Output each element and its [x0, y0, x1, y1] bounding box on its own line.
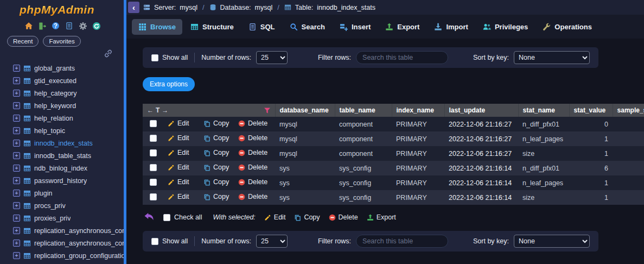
expand-plus-icon[interactable]: +: [13, 127, 20, 134]
column-header-last-update[interactable]: last_update: [444, 104, 518, 117]
table-name-label[interactable]: help_relation: [34, 115, 73, 122]
table-name-label[interactable]: password_history: [34, 177, 87, 185]
tab-browse[interactable]: Browse: [132, 19, 182, 35]
help-icon[interactable]: [51, 21, 60, 30]
show-all[interactable]: Show all: [151, 54, 188, 61]
table-name-label[interactable]: gtid_executed: [34, 77, 76, 85]
sidebar-table-item[interactable]: + ndb_binlog_index: [0, 162, 124, 174]
sidebar-table-item[interactable]: + procs_priv: [0, 199, 124, 212]
sidebar-table-item[interactable]: + proxies_priv: [0, 212, 124, 224]
logout-icon[interactable]: [37, 21, 47, 30]
copy-link[interactable]: Copy: [203, 164, 229, 171]
expand-plus-icon[interactable]: +: [13, 90, 20, 97]
expand-plus-icon[interactable]: +: [13, 252, 20, 259]
table-filter-input[interactable]: [356, 51, 448, 64]
delete-link[interactable]: Delete: [238, 193, 267, 200]
check-all[interactable]: Check all: [163, 213, 202, 221]
tab-import[interactable]: Import: [428, 19, 474, 35]
link-icon[interactable]: [104, 49, 113, 58]
refresh-icon[interactable]: [92, 21, 101, 30]
tab-privileges[interactable]: Privileges: [476, 19, 534, 35]
transpose-controls[interactable]: ←T→: [147, 106, 170, 114]
sidebar-table-item[interactable]: + help_topic: [0, 124, 124, 137]
expand-plus-icon[interactable]: +: [13, 115, 20, 122]
recent-button[interactable]: Recent: [7, 36, 39, 47]
selected-edit-button[interactable]: Edit: [264, 213, 286, 221]
settings-gear-icon[interactable]: [78, 21, 87, 30]
collapse-sidebar-button[interactable]: ‹: [128, 2, 139, 13]
sidebar-table-item[interactable]: + help_category: [0, 87, 124, 99]
expand-plus-icon[interactable]: +: [13, 202, 20, 209]
expand-plus-icon[interactable]: +: [13, 190, 20, 197]
sidebar-table-item[interactable]: + plugin: [0, 187, 124, 199]
phpmyadmin-logo[interactable]: phpMyAdmin: [0, 0, 124, 16]
tab-structure[interactable]: Structure: [184, 19, 240, 35]
expand-plus-icon[interactable]: +: [13, 77, 20, 84]
show-all-checkbox[interactable]: [151, 54, 158, 61]
row-checkbox[interactable]: [150, 135, 157, 142]
show-all-checkbox[interactable]: [151, 238, 158, 245]
copy-link[interactable]: Copy: [203, 149, 229, 156]
table-name-label[interactable]: help_keyword: [34, 102, 76, 110]
table-name-label[interactable]: ndb_binlog_index: [34, 165, 87, 172]
number-of-rows-select[interactable]: 25: [256, 235, 288, 248]
selected-export-button[interactable]: Export: [367, 213, 396, 221]
copy-link[interactable]: Copy: [203, 120, 229, 127]
expand-plus-icon[interactable]: +: [13, 165, 20, 172]
tab-export[interactable]: Export: [379, 19, 426, 35]
check-all-checkbox[interactable]: [163, 214, 170, 221]
sidebar-table-item[interactable]: + help_relation: [0, 112, 124, 124]
delete-link[interactable]: Delete: [238, 134, 267, 142]
copy-link[interactable]: Copy: [203, 193, 229, 200]
column-header-stat-name[interactable]: stat_name: [518, 104, 569, 117]
delete-link[interactable]: Delete: [238, 164, 267, 171]
row-checkbox[interactable]: [150, 120, 157, 127]
table-name-label[interactable]: procs_priv: [34, 202, 66, 210]
column-header-database-name[interactable]: database_name: [275, 104, 335, 117]
tab-insert[interactable]: Insert: [333, 19, 377, 35]
selected-copy-button[interactable]: Copy: [294, 213, 320, 221]
number-of-rows-select[interactable]: 25: [256, 51, 288, 64]
database-link[interactable]: mysql: [255, 4, 273, 11]
column-header-table-name[interactable]: table_name: [335, 104, 392, 117]
table-name-label[interactable]: replication_asynchronous_connection_fail…: [34, 227, 124, 235]
selected-delete-button[interactable]: Delete: [329, 213, 358, 221]
edit-link[interactable]: Edit: [168, 149, 189, 156]
sort-by-key-select[interactable]: None: [514, 51, 590, 64]
delete-link[interactable]: Delete: [238, 178, 267, 186]
expand-plus-icon[interactable]: +: [13, 240, 20, 247]
table-name-label[interactable]: replication_asynchronous_connection_fail…: [34, 240, 124, 247]
edit-link[interactable]: Edit: [168, 193, 189, 200]
tab-operations[interactable]: Operations: [536, 19, 598, 35]
favorites-button[interactable]: Favorites: [43, 36, 80, 47]
table-name-label[interactable]: plugin: [34, 190, 52, 197]
table-name-label[interactable]: help_topic: [34, 127, 65, 135]
server-link[interactable]: mysql: [180, 4, 197, 11]
transpose-icon[interactable]: T: [156, 106, 160, 114]
expand-plus-icon[interactable]: +: [13, 215, 20, 222]
row-checkbox[interactable]: [150, 193, 157, 200]
documentation-icon[interactable]: [65, 21, 74, 30]
sidebar-table-item[interactable]: + global_grants: [0, 62, 124, 74]
edit-link[interactable]: Edit: [168, 164, 189, 171]
sidebar-table-item[interactable]: + replication_asynchronous_connection_fa…: [0, 224, 124, 237]
expand-plus-icon[interactable]: +: [13, 152, 20, 159]
edit-link[interactable]: Edit: [168, 178, 189, 186]
edit-link[interactable]: Edit: [168, 134, 189, 142]
row-checkbox[interactable]: [150, 179, 157, 186]
show-all[interactable]: Show all: [151, 237, 188, 245]
sidebar-table-item[interactable]: + innodb_index_stats: [0, 137, 124, 149]
sort-by-key-select[interactable]: None: [514, 235, 590, 248]
table-filter-input[interactable]: [356, 235, 448, 248]
sidebar-table-item[interactable]: + innodb_table_stats: [0, 149, 124, 162]
table-name-label[interactable]: help_category: [34, 90, 77, 97]
delete-link[interactable]: Delete: [238, 149, 267, 156]
tab-search[interactable]: Search: [283, 19, 331, 35]
sidebar-table-item[interactable]: + gtid_executed: [0, 74, 124, 87]
column-header-stat-value[interactable]: stat_value: [569, 104, 613, 117]
copy-link[interactable]: Copy: [203, 178, 229, 186]
table-name-label[interactable]: proxies_priv: [34, 215, 71, 222]
table-name-label[interactable]: innodb_table_stats: [34, 152, 91, 160]
arrow-left-icon[interactable]: ←: [147, 106, 154, 114]
column-header-sample-size[interactable]: sample_size: [613, 104, 644, 117]
